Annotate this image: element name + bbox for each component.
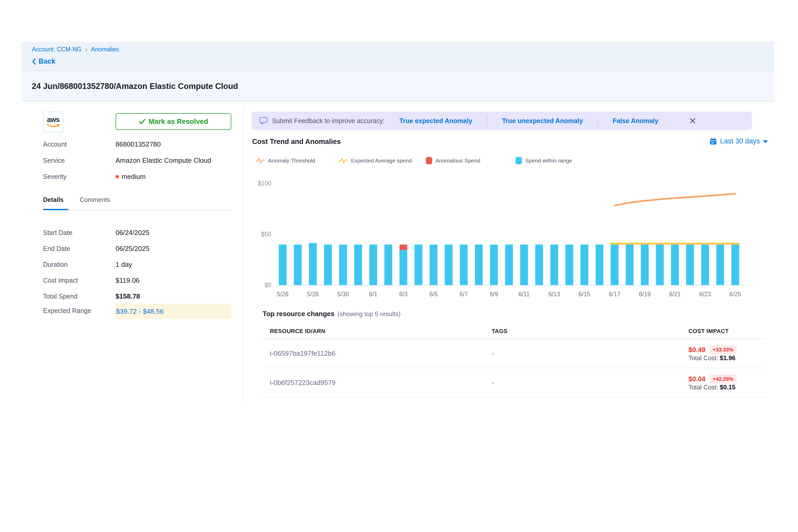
cost-impact-label: Cost Impact	[43, 277, 116, 284]
account-label: Account	[43, 140, 116, 148]
service-label: Service	[43, 157, 116, 164]
cost-impact-amount: $0.49	[688, 346, 705, 354]
total-spend-label: Total Spend	[43, 292, 116, 300]
end-date-row: End Date 06/25/2025	[43, 244, 231, 253]
table-row[interactable]: i-0b6f257223cad9579 - $0.04 +42.26% Tota…	[263, 368, 766, 397]
severity-badge: medium	[116, 173, 146, 181]
svg-text:5/30: 5/30	[337, 291, 349, 298]
chevron-down-icon	[763, 140, 768, 143]
table-row[interactable]: i-06597ba197fe112b6 - $0.49 +33.33% Tota…	[263, 339, 766, 368]
severity-row: Severity medium	[43, 173, 231, 181]
date-range-value: Last 30 days	[720, 137, 760, 145]
anomaly-threshold-line-icon	[255, 157, 265, 165]
resource-id-link[interactable]: i-06597ba197fe112b6	[263, 349, 484, 358]
expected-range-highlight: $39.72 - $48.56	[114, 304, 231, 319]
panel-tabs: Details Comments	[43, 196, 110, 204]
svg-text:6/23: 6/23	[699, 291, 711, 298]
resolve-button-label: Mark as Resolved	[149, 118, 208, 126]
duration-value: 1 day	[116, 261, 132, 269]
spend-within-range-swatch-icon	[516, 157, 522, 164]
svg-text:6/9: 6/9	[490, 291, 498, 298]
feedback-bubble-icon	[259, 117, 268, 125]
back-button[interactable]: Back	[32, 57, 56, 65]
tabs-divider	[43, 210, 231, 210]
breadcrumb-account-link[interactable]: Account: CCM-NG	[32, 46, 81, 53]
total-spend-row: Total Spend $158.78	[43, 292, 231, 301]
resource-tags: -	[484, 349, 681, 358]
svg-text:6/21: 6/21	[669, 291, 681, 298]
calendar-icon	[709, 138, 717, 145]
end-date-label: End Date	[43, 245, 116, 252]
column-header-resource-id: RESOURCE ID/ARN	[263, 328, 484, 335]
severity-label: Severity	[43, 173, 116, 180]
total-spend-value: $158.78	[116, 292, 140, 300]
close-icon	[689, 117, 696, 124]
feedback-true-unexpected-button[interactable]: True unexpected Anomaly	[488, 117, 597, 125]
cost-trend-chart-svg: $0$50$1005/265/285/306/16/36/56/76/96/11…	[250, 180, 769, 305]
cost-trend-chart[interactable]: $0$50$1005/265/285/306/16/36/56/76/96/11…	[250, 180, 769, 305]
expected-range-label: Expected Range	[43, 307, 91, 315]
svg-text:6/25: 6/25	[729, 291, 741, 298]
account-row: Account 868001352780	[43, 140, 231, 148]
svg-text:5/28: 5/28	[307, 291, 319, 298]
service-row: Service Amazon Elastic Compute Cloud	[43, 156, 231, 165]
legend-label: Anomalous Spend	[436, 157, 480, 164]
svg-text:6/19: 6/19	[639, 291, 651, 298]
start-date-row: Start Date 06/24/2025	[43, 228, 231, 237]
feedback-prompt: Submit Feedback to improve accuracy:	[272, 117, 385, 125]
cost-impact-row: Cost Impact $119.06	[43, 276, 231, 285]
anomaly-detail-page: Account: CCM-NG › Anomalies Back 24 Jun/…	[0, 0, 798, 532]
feedback-true-expected-button[interactable]: True expected Anomaly	[385, 117, 487, 125]
feedback-false-anomaly-button[interactable]: False Anomaly	[598, 117, 673, 125]
feedback-close-button[interactable]	[689, 117, 696, 124]
mark-as-resolved-button[interactable]: Mark as Resolved	[116, 113, 231, 130]
svg-text:6/1: 6/1	[369, 291, 377, 298]
svg-text:6/11: 6/11	[518, 291, 530, 298]
svg-text:6/7: 6/7	[459, 291, 468, 298]
cost-impact-delta-badge: +33.33%	[709, 345, 737, 355]
expected-average-line-icon	[338, 157, 348, 165]
check-icon	[139, 119, 146, 125]
resource-tags: -	[484, 379, 681, 387]
anomalous-spend-swatch-icon	[426, 157, 432, 164]
tab-comments[interactable]: Comments	[80, 196, 110, 204]
back-label: Back	[39, 57, 56, 65]
legend-item-spend-within-range: Spend within range	[516, 155, 572, 166]
legend-label: Anomaly Threshold	[268, 157, 315, 164]
aws-smile-icon	[45, 124, 61, 128]
service-value: Amazon Elastic Compute Cloud	[116, 156, 211, 165]
svg-text:$100: $100	[258, 180, 271, 187]
svg-text:6/15: 6/15	[579, 291, 590, 298]
cost-impact-amount: $0.04	[688, 375, 705, 383]
chevron-left-icon	[32, 58, 36, 65]
resource-cost-impact-cell: $0.49 +33.33% Total Cost: $1.96	[681, 345, 766, 362]
date-range-picker[interactable]: Last 30 days	[709, 137, 768, 145]
legend-item-expected-average: Expected Average spend	[338, 155, 412, 166]
start-date-value: 06/24/2025	[116, 229, 149, 237]
legend-item-anomaly-threshold: Anomaly Threshold	[255, 155, 315, 166]
legend-label: Expected Average spend	[351, 157, 412, 164]
breadcrumb-anomalies-link[interactable]: Anomalies	[91, 46, 119, 53]
column-header-tags: TAGS	[484, 328, 681, 335]
column-header-cost-impact: COST IMPACT	[681, 328, 766, 335]
end-date-value: 06/25/2025	[116, 245, 149, 253]
tab-details[interactable]: Details	[43, 196, 64, 204]
total-cost-value: $0.15	[720, 384, 736, 391]
cost-impact-delta-badge: +42.26%	[709, 375, 737, 384]
resource-id-link[interactable]: i-0b6f257223cad9579	[263, 379, 484, 387]
svg-text:5/26: 5/26	[277, 291, 289, 298]
top-resource-changes-title: Top resource changes	[263, 310, 335, 318]
svg-text:6/13: 6/13	[548, 291, 560, 298]
aws-logo-text: aws	[47, 116, 59, 124]
top-resource-changes-header: Top resource changes (showing top 5 resu…	[263, 310, 401, 318]
severity-value: medium	[121, 173, 146, 181]
breadcrumb-separator-icon: ›	[85, 46, 87, 53]
svg-text:6/3: 6/3	[399, 291, 407, 298]
total-cost-line: Total Cost: $1.96	[688, 355, 736, 361]
severity-dot-icon	[116, 175, 119, 178]
top-resource-changes-subtitle: (showing top 5 results)	[338, 310, 401, 318]
start-date-label: Start Date	[43, 229, 116, 236]
breadcrumb: Account: CCM-NG › Anomalies	[32, 46, 119, 53]
breadcrumb-band: Account: CCM-NG › Anomalies Back	[21, 42, 774, 71]
cost-impact-value: $119.06	[116, 277, 139, 285]
